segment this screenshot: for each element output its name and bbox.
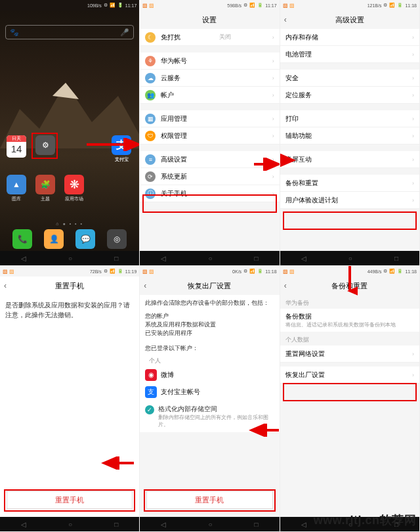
statusbar: ▧▧ 0K/s⚙📶🔋11:18	[140, 266, 279, 277]
item-location[interactable]: 定位服务›	[280, 87, 419, 104]
page-title: ‹备份和重置	[280, 277, 419, 295]
user-icon: ⚘	[145, 56, 156, 66]
item-storage[interactable]: 内存和存储›	[280, 29, 419, 46]
statusbar: ▧▧ 121B/s⚙📶🔋11:18	[280, 0, 419, 11]
account-icon: 👥	[145, 90, 156, 100]
section-huawei-backup: 华为备份	[280, 295, 419, 309]
back-button[interactable]: ‹	[284, 281, 287, 290]
item-ux-plan[interactable]: 用户体验改进计划›	[280, 192, 419, 209]
search-input[interactable]: 🐾 🎤	[5, 25, 134, 39]
cloud-icon: ☁	[145, 73, 156, 83]
personal-label: 个人	[140, 355, 279, 366]
svg-marker-1	[52, 83, 79, 99]
appstore-app[interactable]: ❋	[64, 175, 84, 194]
item-about[interactable]: ⓘ关于手机›	[140, 185, 279, 202]
paw-icon: 🐾	[10, 28, 19, 37]
mic-icon: 🎤	[120, 28, 129, 37]
item-permissions[interactable]: 🛡权限管理›	[140, 127, 279, 144]
navbar[interactable]: ◁○□	[140, 251, 279, 265]
navbar[interactable]: ◁○□	[140, 517, 279, 531]
item-security[interactable]: 安全›	[280, 70, 419, 87]
sms-app[interactable]: 💬	[75, 229, 95, 249]
watermark: www.rjtj.cn软荐网	[314, 512, 416, 528]
confirm-text: 是否删除系统及应用数据和安装的应用？请注意，此操作无法撤销。	[0, 295, 139, 325]
format-option[interactable]: ✓ 格式化内部存储空间 删除内部存储空间上的所有文件，例如音乐和图片。	[140, 401, 279, 432]
item-cloud[interactable]: ☁云服务›	[140, 70, 279, 87]
back-button[interactable]: ‹	[144, 281, 146, 290]
logged-label: 您已登录以下帐户：	[140, 342, 279, 355]
phone-settings: ▧▧ 598B/s⚙📶🔋11:17 设置 ☾免打扰关闭› ⚘华为帐号› ☁云服务…	[140, 0, 280, 266]
item-multiscreen[interactable]: 多屏互动›	[280, 151, 419, 168]
item-factory-reset[interactable]: 恢复出厂设置›	[280, 366, 419, 384]
statusbar: 109B/s⚙📶🔋11:17	[0, 0, 139, 11]
info-icon: ⓘ	[145, 188, 156, 199]
update-icon: ⟳	[145, 171, 156, 182]
phone-app[interactable]: 📞	[12, 229, 32, 249]
statusbar: ▧▧ 598B/s⚙📶🔋11:17	[140, 0, 279, 11]
calendar-app[interactable]: 日天 14	[7, 135, 26, 158]
page-dots: ⌂ ● • • •	[0, 221, 139, 226]
item-backup-reset[interactable]: 备份和重置›	[280, 175, 419, 192]
phone-reset-confirm: ▧▧ 72B/s⚙📶🔋11:19 ‹重置手机 是否删除系统及应用数据和安装的应用…	[0, 266, 140, 532]
phone-factory-reset: ▧▧ 0K/s⚙📶🔋11:18 ‹恢复出厂设置 此操作会清除您内存设备中的部分数…	[140, 266, 280, 532]
apps-icon: ▦	[145, 114, 156, 124]
desc1: 此操作会清除您内存设备中的部分数据，包括：	[140, 295, 279, 312]
alipay-app[interactable]: 支 支付宝	[112, 135, 131, 155]
statusbar: ▧▧ 72B/s⚙📶🔋11:19	[0, 266, 139, 277]
reset-button[interactable]: 重置手机	[7, 491, 133, 509]
theme-app[interactable]: 🧩	[35, 175, 55, 194]
shield-icon: 🛡	[145, 131, 156, 141]
item-print[interactable]: 打印›	[280, 110, 419, 127]
weibo-icon: ◉	[145, 369, 157, 381]
alipay-icon: 支	[145, 386, 157, 398]
phone-home: 109B/s⚙📶🔋11:17 🐾 🎤 日天 14 ⚙	[0, 0, 140, 266]
page-title: 设置	[140, 11, 279, 29]
settings-app[interactable]: ⚙	[35, 135, 55, 155]
section-personal: 个人数据	[280, 332, 419, 345]
item-huawei-id[interactable]: ⚘华为帐号›	[140, 53, 279, 70]
check-icon: ✓	[145, 405, 154, 414]
camera-app[interactable]: ◎	[107, 229, 127, 249]
item-battery[interactable]: 电池管理›	[280, 46, 419, 63]
contacts-app[interactable]: 👤	[44, 229, 64, 249]
phone-advanced: ▧▧ 121B/s⚙📶🔋11:18 ‹高级设置 内存和存储› 电池管理› 安全›…	[280, 0, 420, 266]
item-reset-network[interactable]: 重置网络设置›	[280, 345, 419, 363]
page-title: ‹高级设置	[280, 11, 419, 29]
navbar[interactable]: ◁○□	[0, 251, 139, 265]
item-apps[interactable]: ▦应用管理›	[140, 110, 279, 127]
item-backup-data[interactable]: 备份数据 将信息、通话记录和系统相关数据等备份到本地	[280, 309, 419, 332]
item-update[interactable]: ⟳系统更新›	[140, 168, 279, 185]
reset-button[interactable]: 重置手机	[146, 491, 272, 509]
statusbar: ▧▧ 449B/s⚙📶🔋11:18	[280, 266, 419, 277]
item-accessibility[interactable]: 辅助功能›	[280, 127, 419, 144]
page-title: ‹恢复出厂设置	[140, 277, 279, 295]
navbar[interactable]: ◁○□	[280, 251, 419, 265]
moon-icon: ☾	[145, 32, 156, 43]
account-weibo: ◉微博	[140, 366, 279, 384]
sliders-icon: ≡	[145, 154, 156, 165]
desc2: 您的帐户 系统及应用程序数据和设置 已安装的应用程序	[140, 312, 279, 342]
back-button[interactable]: ‹	[284, 15, 287, 24]
back-button[interactable]: ‹	[4, 281, 7, 290]
item-dnd[interactable]: ☾免打扰关闭›	[140, 29, 279, 46]
phone-backup-reset: ▧▧ 449B/s⚙📶🔋11:18 ‹备份和重置 华为备份 备份数据 将信息、通…	[280, 266, 420, 532]
item-advanced[interactable]: ≡高级设置›	[140, 151, 279, 168]
account-alipay: 支支付宝主帐号	[140, 384, 279, 401]
navbar[interactable]: ◁○□	[0, 517, 139, 531]
item-accounts[interactable]: 👥帐户›	[140, 87, 279, 104]
gallery-app[interactable]: ▲	[7, 175, 26, 194]
page-title: ‹重置手机	[0, 277, 139, 295]
